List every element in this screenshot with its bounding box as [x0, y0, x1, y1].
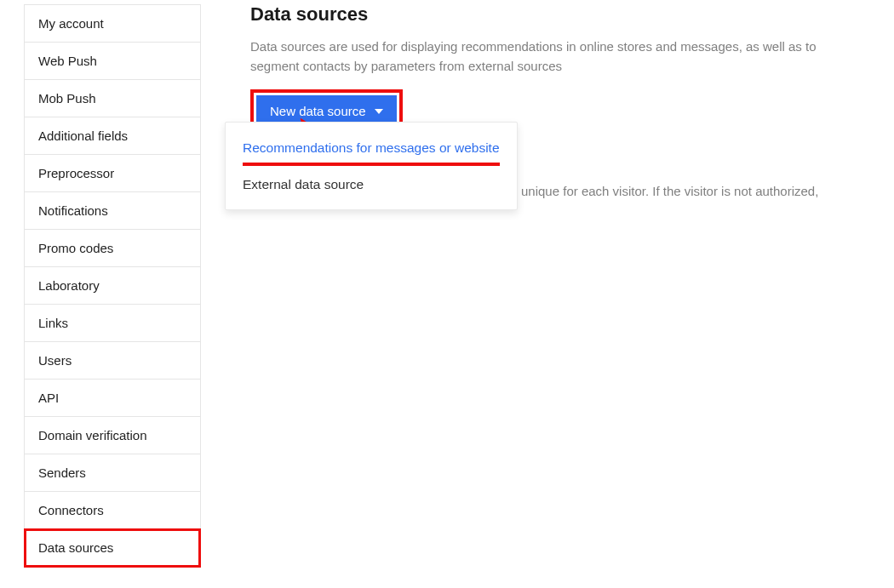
dropdown-item-external-data-source[interactable]: External data source — [226, 169, 517, 197]
sidebar-item-additional-fields[interactable]: Additional fields — [25, 117, 200, 155]
sidebar-item-promo-codes[interactable]: Promo codes — [25, 230, 200, 267]
sidebar-item-domain-verification[interactable]: Domain verification — [25, 417, 200, 454]
chevron-down-icon — [375, 109, 383, 114]
main-content: Data sources Data sources are used for d… — [225, 0, 894, 588]
sidebar-list: My account Web Push Mob Push Additional … — [24, 4, 201, 567]
sidebar-item-connectors[interactable]: Connectors — [25, 492, 200, 529]
annotation-underline — [243, 163, 500, 166]
background-text-fragment: unique for each visitor. If the visitor … — [521, 184, 818, 198]
sidebar-item-senders[interactable]: Senders — [25, 454, 200, 492]
sidebar-item-users[interactable]: Users — [25, 342, 200, 380]
sidebar-item-data-sources[interactable]: Data sources — [25, 529, 200, 567]
sidebar-item-laboratory[interactable]: Laboratory — [25, 267, 200, 305]
new-data-source-label: New data source — [270, 104, 366, 118]
sidebar-item-api[interactable]: API — [25, 380, 200, 417]
page-description: Data sources are used for displaying rec… — [250, 37, 846, 76]
sidebar-item-links[interactable]: Links — [25, 305, 200, 342]
new-data-source-dropdown: Recommendations for messages or website … — [225, 122, 518, 210]
sidebar-item-notifications[interactable]: Notifications — [25, 192, 200, 230]
sidebar-item-mob-push[interactable]: Mob Push — [25, 80, 200, 117]
page-title: Data sources — [250, 3, 885, 26]
settings-sidebar: My account Web Push Mob Push Additional … — [0, 0, 225, 588]
sidebar-item-preprocessor[interactable]: Preprocessor — [25, 155, 200, 192]
dropdown-item-recommendations[interactable]: Recommendations for messages or website — [226, 133, 517, 161]
sidebar-item-web-push[interactable]: Web Push — [25, 43, 200, 80]
sidebar-item-my-account[interactable]: My account — [25, 5, 200, 43]
